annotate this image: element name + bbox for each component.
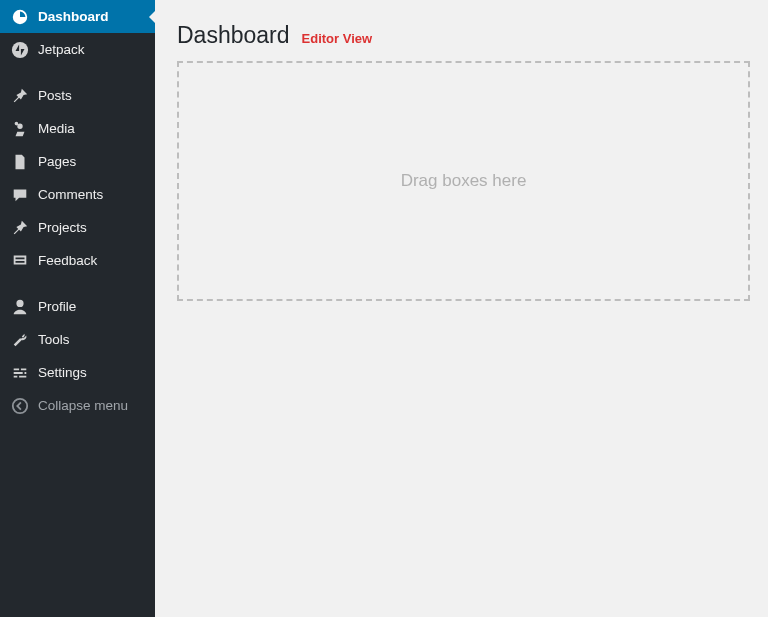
- sidebar-item-feedback[interactable]: Feedback: [0, 244, 155, 277]
- widget-dropzone[interactable]: Drag boxes here: [177, 61, 750, 301]
- sidebar-separator: [0, 66, 155, 79]
- dropzone-placeholder: Drag boxes here: [401, 171, 527, 191]
- page-header: Dashboard Editor View: [177, 22, 750, 49]
- sidebar-item-label: Posts: [38, 89, 72, 103]
- pin-icon: [10, 86, 30, 106]
- sidebar-separator: [0, 277, 155, 290]
- svg-point-0: [12, 41, 28, 57]
- feedback-icon: [10, 251, 30, 271]
- sidebar-item-jetpack[interactable]: Jetpack: [0, 33, 155, 66]
- main-content: Dashboard Editor View Drag boxes here: [155, 0, 768, 617]
- editor-view-link[interactable]: Editor View: [302, 31, 373, 46]
- jetpack-icon: [10, 40, 30, 60]
- sidebar-item-settings[interactable]: Settings: [0, 356, 155, 389]
- sidebar-item-media[interactable]: Media: [0, 112, 155, 145]
- media-icon: [10, 119, 30, 139]
- sidebar-item-comments[interactable]: Comments: [0, 178, 155, 211]
- pin-icon: [10, 218, 30, 238]
- sidebar-item-label: Settings: [38, 366, 87, 380]
- sidebar-item-label: Tools: [38, 333, 70, 347]
- collapse-menu-label: Collapse menu: [38, 399, 128, 413]
- admin-sidebar: Dashboard Jetpack Posts Media Pages Comm…: [0, 0, 155, 617]
- sidebar-item-label: Feedback: [38, 254, 97, 268]
- sidebar-item-posts[interactable]: Posts: [0, 79, 155, 112]
- collapse-icon: [10, 396, 30, 416]
- page-icon: [10, 152, 30, 172]
- sidebar-item-pages[interactable]: Pages: [0, 145, 155, 178]
- dashboard-icon: [10, 7, 30, 27]
- sidebar-item-dashboard[interactable]: Dashboard: [0, 0, 155, 33]
- sidebar-item-label: Profile: [38, 300, 76, 314]
- sidebar-item-projects[interactable]: Projects: [0, 211, 155, 244]
- sidebar-item-label: Pages: [38, 155, 76, 169]
- sidebar-item-label: Dashboard: [38, 10, 109, 24]
- sliders-icon: [10, 363, 30, 383]
- wrench-icon: [10, 330, 30, 350]
- collapse-menu-button[interactable]: Collapse menu: [0, 389, 155, 422]
- sidebar-item-label: Jetpack: [38, 43, 85, 57]
- comment-icon: [10, 185, 30, 205]
- sidebar-item-label: Media: [38, 122, 75, 136]
- sidebar-item-tools[interactable]: Tools: [0, 323, 155, 356]
- svg-point-1: [13, 398, 27, 412]
- sidebar-item-label: Comments: [38, 188, 103, 202]
- page-title: Dashboard: [177, 22, 290, 49]
- sidebar-item-profile[interactable]: Profile: [0, 290, 155, 323]
- user-icon: [10, 297, 30, 317]
- sidebar-item-label: Projects: [38, 221, 87, 235]
